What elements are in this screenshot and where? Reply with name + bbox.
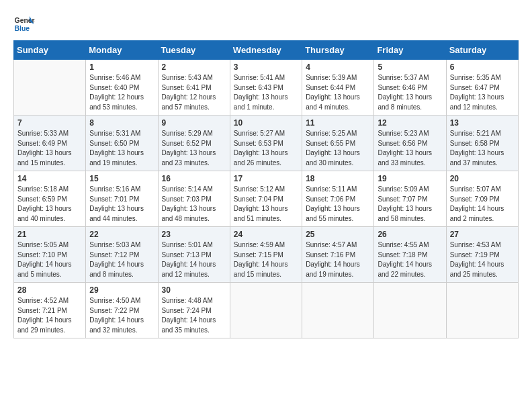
calendar-cell: 28Sunrise: 4:52 AM Sunset: 7:21 PM Dayli… xyxy=(14,283,86,338)
calendar-cell xyxy=(446,283,518,338)
calendar-table: SundayMondayTuesdayWednesdayThursdayFrid… xyxy=(13,40,519,338)
calendar-cell: 13Sunrise: 5:21 AM Sunset: 6:58 PM Dayli… xyxy=(446,116,518,171)
calendar-week-row: 21Sunrise: 5:05 AM Sunset: 7:10 PM Dayli… xyxy=(14,227,519,283)
day-number: 4 xyxy=(306,62,370,72)
day-info: Sunrise: 5:43 AM Sunset: 6:41 PM Dayligh… xyxy=(162,73,226,112)
day-info: Sunrise: 5:35 AM Sunset: 6:47 PM Dayligh… xyxy=(450,73,515,112)
calendar-cell: 3Sunrise: 5:41 AM Sunset: 6:43 PM Daylig… xyxy=(230,60,302,116)
day-info: Sunrise: 5:41 AM Sunset: 6:43 PM Dayligh… xyxy=(234,73,298,112)
calendar-cell xyxy=(14,60,86,116)
day-number: 19 xyxy=(378,174,442,183)
calendar-cell: 23Sunrise: 5:01 AM Sunset: 7:13 PM Dayli… xyxy=(158,227,230,283)
day-number: 12 xyxy=(378,118,442,128)
day-number: 29 xyxy=(89,285,154,295)
day-info: Sunrise: 5:33 AM Sunset: 6:49 PM Dayligh… xyxy=(17,129,82,168)
calendar-cell: 25Sunrise: 4:57 AM Sunset: 7:16 PM Dayli… xyxy=(302,227,374,283)
day-number: 11 xyxy=(306,118,370,128)
calendar-cell: 17Sunrise: 5:12 AM Sunset: 7:04 PM Dayli… xyxy=(230,171,302,227)
day-number: 30 xyxy=(162,285,226,295)
calendar-cell: 6Sunrise: 5:35 AM Sunset: 6:47 PM Daylig… xyxy=(446,60,518,116)
calendar-cell: 10Sunrise: 5:27 AM Sunset: 6:53 PM Dayli… xyxy=(230,116,302,171)
day-number: 18 xyxy=(306,174,370,183)
calendar-cell: 20Sunrise: 5:07 AM Sunset: 7:09 PM Dayli… xyxy=(446,171,518,227)
calendar-cell: 19Sunrise: 5:09 AM Sunset: 7:07 PM Dayli… xyxy=(374,171,446,227)
calendar-cell: 4Sunrise: 5:39 AM Sunset: 6:44 PM Daylig… xyxy=(302,60,374,116)
day-number: 7 xyxy=(17,118,82,128)
day-number: 16 xyxy=(162,174,226,183)
calendar-header-row: SundayMondayTuesdayWednesdayThursdayFrid… xyxy=(14,41,519,60)
calendar-cell: 1Sunrise: 5:46 AM Sunset: 6:40 PM Daylig… xyxy=(86,60,158,116)
calendar-cell: 21Sunrise: 5:05 AM Sunset: 7:10 PM Dayli… xyxy=(14,227,86,283)
day-number: 15 xyxy=(89,174,154,183)
calendar-cell: 5Sunrise: 5:37 AM Sunset: 6:46 PM Daylig… xyxy=(374,60,446,116)
day-number: 25 xyxy=(306,230,370,239)
day-number: 5 xyxy=(378,62,442,72)
day-number: 2 xyxy=(162,62,226,72)
day-info: Sunrise: 5:07 AM Sunset: 7:09 PM Dayligh… xyxy=(450,185,515,224)
svg-text:Blue: Blue xyxy=(15,25,30,32)
calendar-cell: 15Sunrise: 5:16 AM Sunset: 7:01 PM Dayli… xyxy=(86,171,158,227)
day-number: 10 xyxy=(234,118,298,128)
calendar-cell: 7Sunrise: 5:33 AM Sunset: 6:49 PM Daylig… xyxy=(14,116,86,171)
day-of-week-header: Tuesday xyxy=(158,41,230,60)
day-number: 28 xyxy=(17,285,82,295)
calendar-cell xyxy=(374,283,446,338)
day-number: 21 xyxy=(17,230,82,239)
day-number: 23 xyxy=(162,230,226,239)
calendar-week-row: 14Sunrise: 5:18 AM Sunset: 6:59 PM Dayli… xyxy=(14,171,519,227)
day-number: 8 xyxy=(89,118,154,128)
day-info: Sunrise: 5:39 AM Sunset: 6:44 PM Dayligh… xyxy=(306,73,370,112)
day-info: Sunrise: 5:21 AM Sunset: 6:58 PM Dayligh… xyxy=(450,129,515,168)
day-info: Sunrise: 5:11 AM Sunset: 7:06 PM Dayligh… xyxy=(306,185,370,224)
day-of-week-header: Monday xyxy=(86,41,158,60)
day-of-week-header: Sunday xyxy=(14,41,86,60)
day-info: Sunrise: 5:29 AM Sunset: 6:52 PM Dayligh… xyxy=(162,129,226,168)
day-info: Sunrise: 5:14 AM Sunset: 7:03 PM Dayligh… xyxy=(162,185,226,224)
day-info: Sunrise: 5:09 AM Sunset: 7:07 PM Dayligh… xyxy=(378,185,442,224)
logo-icon: General Blue xyxy=(13,13,35,35)
day-info: Sunrise: 4:50 AM Sunset: 7:22 PM Dayligh… xyxy=(89,296,154,335)
calendar-cell: 16Sunrise: 5:14 AM Sunset: 7:03 PM Dayli… xyxy=(158,171,230,227)
calendar-cell: 8Sunrise: 5:31 AM Sunset: 6:50 PM Daylig… xyxy=(86,116,158,171)
calendar-cell: 11Sunrise: 5:25 AM Sunset: 6:55 PM Dayli… xyxy=(302,116,374,171)
calendar-cell: 26Sunrise: 4:55 AM Sunset: 7:18 PM Dayli… xyxy=(374,227,446,283)
calendar-cell: 30Sunrise: 4:48 AM Sunset: 7:24 PM Dayli… xyxy=(158,283,230,338)
day-number: 6 xyxy=(450,62,515,72)
day-of-week-header: Thursday xyxy=(302,41,374,60)
day-number: 22 xyxy=(89,230,154,239)
day-info: Sunrise: 5:03 AM Sunset: 7:12 PM Dayligh… xyxy=(89,240,154,279)
day-info: Sunrise: 4:48 AM Sunset: 7:24 PM Dayligh… xyxy=(162,296,226,335)
day-info: Sunrise: 5:31 AM Sunset: 6:50 PM Dayligh… xyxy=(89,129,154,168)
header: General Blue xyxy=(13,13,519,35)
calendar-cell: 27Sunrise: 4:53 AM Sunset: 7:19 PM Dayli… xyxy=(446,227,518,283)
logo: General Blue xyxy=(13,13,35,35)
day-info: Sunrise: 5:12 AM Sunset: 7:04 PM Dayligh… xyxy=(234,185,298,224)
calendar-cell: 22Sunrise: 5:03 AM Sunset: 7:12 PM Dayli… xyxy=(86,227,158,283)
calendar-cell: 9Sunrise: 5:29 AM Sunset: 6:52 PM Daylig… xyxy=(158,116,230,171)
calendar-cell: 24Sunrise: 4:59 AM Sunset: 7:15 PM Dayli… xyxy=(230,227,302,283)
day-info: Sunrise: 4:59 AM Sunset: 7:15 PM Dayligh… xyxy=(234,240,298,279)
day-number: 26 xyxy=(378,230,442,239)
day-info: Sunrise: 5:05 AM Sunset: 7:10 PM Dayligh… xyxy=(17,240,82,279)
day-number: 9 xyxy=(162,118,226,128)
day-info: Sunrise: 5:27 AM Sunset: 6:53 PM Dayligh… xyxy=(234,129,298,168)
day-info: Sunrise: 5:23 AM Sunset: 6:56 PM Dayligh… xyxy=(378,129,442,168)
calendar-cell: 12Sunrise: 5:23 AM Sunset: 6:56 PM Dayli… xyxy=(374,116,446,171)
day-number: 27 xyxy=(450,230,515,239)
calendar-week-row: 28Sunrise: 4:52 AM Sunset: 7:21 PM Dayli… xyxy=(14,283,519,338)
day-of-week-header: Saturday xyxy=(446,41,518,60)
day-info: Sunrise: 5:25 AM Sunset: 6:55 PM Dayligh… xyxy=(306,129,370,168)
day-info: Sunrise: 4:52 AM Sunset: 7:21 PM Dayligh… xyxy=(17,296,82,335)
calendar-cell xyxy=(230,283,302,338)
day-of-week-header: Friday xyxy=(374,41,446,60)
calendar-week-row: 7Sunrise: 5:33 AM Sunset: 6:49 PM Daylig… xyxy=(14,116,519,171)
day-number: 1 xyxy=(89,62,154,72)
day-number: 20 xyxy=(450,174,515,183)
day-info: Sunrise: 4:55 AM Sunset: 7:18 PM Dayligh… xyxy=(378,240,442,279)
day-number: 13 xyxy=(450,118,515,128)
day-number: 17 xyxy=(234,174,298,183)
calendar-cell: 18Sunrise: 5:11 AM Sunset: 7:06 PM Dayli… xyxy=(302,171,374,227)
calendar-week-row: 1Sunrise: 5:46 AM Sunset: 6:40 PM Daylig… xyxy=(14,60,519,116)
day-info: Sunrise: 4:57 AM Sunset: 7:16 PM Dayligh… xyxy=(306,240,370,279)
day-info: Sunrise: 5:16 AM Sunset: 7:01 PM Dayligh… xyxy=(89,185,154,224)
